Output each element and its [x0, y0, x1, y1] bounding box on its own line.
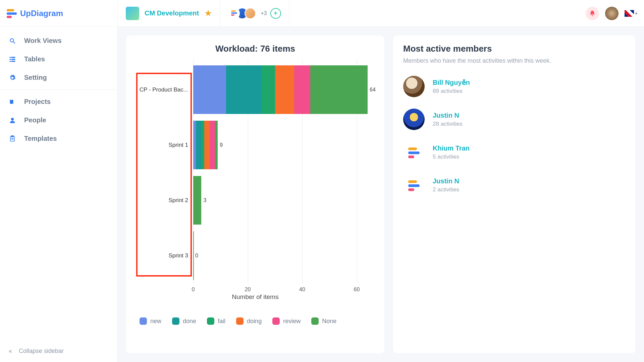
bar-segment-fail[interactable]	[201, 121, 204, 169]
bar-segment-review[interactable]	[294, 65, 311, 114]
svg-rect-2	[10, 57, 11, 58]
plot-region: 64930 0204060	[193, 59, 368, 283]
member-row[interactable]: Bill Nguyễn89 activities	[403, 76, 625, 97]
bar-segment-review[interactable]	[210, 121, 215, 169]
member-row[interactable]: Khium Tran5 activities	[403, 141, 625, 163]
sidebar-item-projects[interactable]: Projects	[0, 93, 117, 111]
bar-segment-fail[interactable]	[261, 65, 275, 114]
sidebar-item-tables[interactable]: Tables	[0, 50, 117, 68]
member-row[interactable]: Justin N2 activities	[403, 174, 625, 196]
person-icon	[9, 117, 16, 124]
bar-segment-new[interactable]	[193, 65, 226, 114]
sidebar-item-setting[interactable]: Setting	[0, 68, 117, 87]
svg-point-0	[10, 39, 13, 42]
bar-segment-doing[interactable]	[275, 65, 294, 114]
legend-item-review[interactable]: review	[272, 317, 301, 325]
member-name[interactable]: Justin N	[433, 177, 459, 185]
member-activities: 2 activities	[433, 186, 459, 193]
member-activities: 28 activities	[433, 121, 463, 127]
legend-swatch	[236, 317, 244, 325]
member-name[interactable]: Justin N	[433, 112, 463, 119]
sidebar-item-label: Setting	[24, 74, 47, 81]
legend-swatch	[207, 317, 214, 325]
brand-logo-icon	[7, 8, 17, 18]
sidebar-item-label: Projects	[24, 98, 51, 106]
avatar-stack[interactable]	[228, 8, 256, 19]
flag-uk-icon	[625, 10, 634, 17]
bar-segment-None[interactable]	[215, 121, 218, 169]
members-block: +3 +	[220, 0, 289, 26]
bar-value-label: 64	[370, 87, 376, 93]
sidebar-item-templates[interactable]: Templates	[0, 129, 117, 148]
project-block[interactable]: CM Development ★	[117, 0, 220, 26]
book-icon	[9, 98, 16, 106]
svg-rect-6	[10, 61, 11, 62]
bar-value-label: 9	[220, 142, 223, 148]
collapse-label: Collapse sidebar	[19, 348, 64, 355]
legend-label: None	[322, 318, 336, 325]
x-tick: 40	[299, 287, 305, 293]
bar-segment-None[interactable]	[193, 231, 194, 280]
legend-item-done[interactable]: done	[172, 317, 196, 325]
header: UpDiagram CM Development ★ +3 +	[0, 0, 644, 27]
member-avatar	[403, 76, 425, 97]
tables-icon	[9, 56, 16, 63]
legend-item-fail[interactable]: fail	[207, 317, 225, 325]
bar-value-label: 3	[203, 197, 206, 203]
bar-segment-None[interactable]	[193, 176, 201, 225]
chart-area: CP - Product Bac...Sprint 1Sprint 2Sprin…	[136, 59, 374, 313]
member-activities: 89 activities	[433, 88, 470, 95]
project-title: CM Development	[145, 9, 199, 17]
legend-label: review	[283, 318, 301, 325]
bar-segment-new[interactable]	[193, 121, 196, 169]
legend-swatch	[272, 317, 280, 325]
bar-segment-done[interactable]	[226, 65, 262, 114]
legend-item-doing[interactable]: doing	[236, 317, 262, 325]
collapse-sidebar-button[interactable]: « Collapse sidebar	[0, 340, 117, 362]
sidebar-item-people[interactable]: People	[0, 111, 117, 129]
member-name[interactable]: Bill Nguyễn	[433, 78, 470, 86]
legend-item-new[interactable]: new	[140, 317, 161, 325]
members-title: Most active members	[403, 44, 625, 54]
legend-label: doing	[247, 318, 262, 325]
notifications-icon[interactable]	[586, 7, 599, 20]
member-avatar	[403, 109, 425, 130]
bar-segment-None[interactable]	[310, 65, 368, 114]
bar-value-label: 0	[195, 253, 198, 259]
svg-rect-4	[10, 59, 11, 60]
x-tick: 60	[354, 287, 360, 293]
member-avatar	[403, 141, 425, 163]
legend-item-None[interactable]: None	[311, 317, 336, 325]
legend-label: done	[183, 318, 196, 325]
chart-legend: newdonefaildoingreviewNone	[136, 317, 374, 325]
svg-rect-10	[11, 135, 14, 136]
sidebar-item-work-views[interactable]: Work Views	[0, 32, 117, 50]
bar-segment-doing[interactable]	[204, 121, 210, 169]
legend-swatch	[172, 317, 179, 325]
svg-line-1	[13, 42, 15, 43]
chevron-double-left-icon: «	[9, 348, 12, 355]
x-axis-title: Number of items	[136, 293, 374, 301]
chart-bar-row	[193, 121, 218, 169]
member-row[interactable]: Justin N28 activities	[403, 109, 625, 130]
user-avatar[interactable]	[605, 7, 619, 20]
active-members-panel: Most active members Members who have the…	[393, 36, 635, 353]
sidebar-item-label: Tables	[24, 55, 45, 63]
add-member-button[interactable]: +	[270, 8, 281, 19]
member-activities: 5 activities	[433, 154, 470, 160]
brand-name: UpDiagram	[20, 9, 63, 18]
gear-icon	[9, 74, 16, 81]
workload-chart-panel: Workload: 76 items CP - Product Bac...Sp…	[126, 36, 384, 353]
legend-swatch	[311, 317, 319, 325]
member-name[interactable]: Khium Tran	[433, 144, 470, 152]
chart-title: Workload: 76 items	[136, 44, 374, 54]
members-overflow[interactable]: +3	[261, 10, 267, 16]
content: Workload: 76 items CP - Product Bac...Sp…	[117, 27, 644, 362]
chevron-down-icon: ▾	[635, 11, 637, 16]
language-switcher[interactable]: ▾	[625, 10, 637, 17]
star-icon[interactable]: ★	[204, 8, 212, 18]
bar-segment-done[interactable]	[196, 121, 201, 169]
sidebar-item-label: People	[24, 116, 46, 124]
brand-logo[interactable]: UpDiagram	[7, 8, 117, 18]
header-right: ▾	[586, 7, 637, 20]
